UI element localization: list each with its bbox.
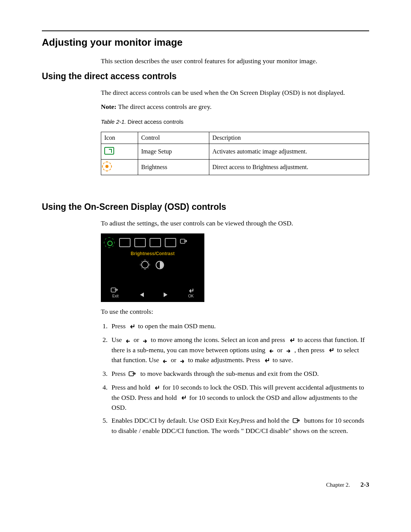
note-line: Note: The direct access controls are gre… [101, 102, 369, 112]
to-use-controls: To use the controls: [101, 307, 369, 316]
osd-tab-icon [165, 238, 176, 247]
th-icon: Icon [101, 132, 138, 144]
left-arrow-icon [125, 336, 131, 345]
exit-icon [293, 417, 301, 426]
osd-left-arrow-icon [140, 292, 144, 298]
step-3: Press to move backwards through the sub-… [109, 369, 369, 379]
osd-tab-icon [150, 238, 161, 247]
step-5: Enables DDC/CI by default. Use OSD Exit … [109, 416, 369, 435]
enter-icon [288, 336, 295, 345]
enter-icon [263, 356, 269, 366]
cell-control: Image Setup [138, 144, 209, 159]
image-setup-icon [104, 147, 114, 155]
osd-sub-contrast-icon [156, 261, 164, 269]
osd-right-arrow-icon [164, 292, 167, 298]
enter-icon [153, 383, 159, 393]
cell-desc: Activates automatic image adjustment. [209, 144, 369, 159]
right-arrow-icon [180, 356, 185, 366]
table-caption: Table 2-1. Direct access controls [101, 118, 369, 125]
table-row: Image Setup Activates automatic image ad… [101, 144, 369, 159]
osd-screenshot: Brightness/Contrast Exit OK [101, 233, 204, 302]
intro-text: This section describes the user control … [101, 57, 369, 66]
osd-exit-label: Exit [111, 287, 120, 298]
th-description: Description [209, 132, 369, 144]
right-arrow-icon [286, 346, 291, 355]
step-4: Press and hold for 10 seconds to lock th… [109, 383, 369, 412]
footer-chapter: Chapter 2. [326, 482, 350, 488]
th-control: Control [138, 132, 209, 144]
page-footer: Chapter 2. 2-3 [42, 481, 369, 489]
steps-list: Press to open the main OSD menu. Use or … [101, 321, 369, 435]
cell-desc: Direct access to Brightness adjustment. [209, 159, 369, 175]
left-arrow-icon [162, 356, 167, 366]
osd-tab-exit-icon [180, 238, 189, 246]
osd-sub-brightness-icon [141, 261, 149, 268]
right-arrow-icon [142, 336, 148, 345]
osd-ok-label: OK [188, 288, 194, 298]
footer-page-number: 2-3 [360, 481, 369, 488]
osd-title: Brightness/Contrast [101, 251, 204, 256]
step-2: Use or to move among the icons. Select a… [109, 335, 369, 365]
enter-icon [180, 393, 186, 403]
enter-icon [129, 322, 135, 332]
direct-access-table: Icon Control Description Image Setup Act… [101, 132, 369, 175]
enter-icon [328, 346, 334, 355]
osd-tab-icon [119, 238, 131, 247]
osd-tab-icon [134, 238, 146, 247]
heading-osd: Using the On-Screen Display (OSD) contro… [42, 202, 369, 212]
osd-tab-brightness-icon [105, 239, 115, 246]
heading-direct-access: Using the direct access controls [42, 71, 369, 81]
left-arrow-icon [269, 346, 274, 355]
cell-control: Brightness [138, 159, 209, 175]
step-1: Press to open the main OSD menu. [109, 321, 369, 331]
direct-intro: The direct access controls can be used w… [101, 88, 369, 97]
osd-intro: To adiust the settings, the user control… [101, 219, 369, 228]
exit-icon [129, 370, 137, 379]
heading-main: Adjusting your monitor image [42, 37, 369, 48]
table-row: Brightness Direct access to Brightness a… [101, 159, 369, 175]
brightness-icon [104, 164, 110, 169]
table-header-row: Icon Control Description [101, 132, 369, 144]
section-divider [42, 30, 369, 31]
